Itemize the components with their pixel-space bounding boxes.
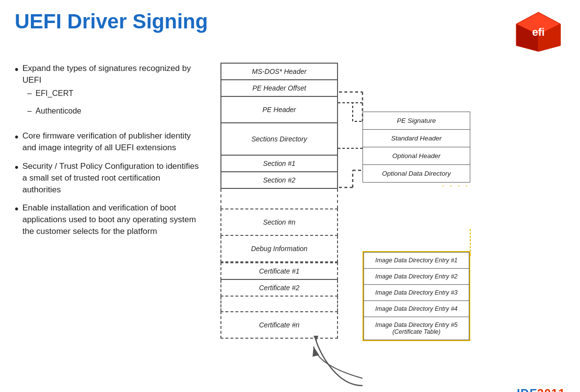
sub-dash-1-1: – bbox=[27, 88, 32, 99]
gap1 bbox=[220, 189, 338, 208]
image-data-entry-4: Image Data Directory Entry #4 bbox=[363, 301, 469, 317]
image-data-entry-2: Image Data Directory Entry #2 bbox=[363, 269, 469, 285]
image-data-entry-4-label: Image Data Directory Entry #4 bbox=[375, 305, 458, 312]
year-label: 2011 bbox=[537, 387, 565, 392]
section1-box: Section #1 bbox=[220, 156, 338, 172]
section1-label: Section #1 bbox=[263, 160, 295, 167]
cert1-label: Certificate #1 bbox=[259, 267, 299, 275]
page: UEFI Driver Signing efi • Expand the t bbox=[0, 0, 580, 392]
bullet-item-3: • Security / Trust Policy Configuration … bbox=[15, 161, 201, 195]
bullet-label-2: Core firmware verification of publisher … bbox=[23, 131, 191, 152]
svg-text:efi: efi bbox=[532, 26, 545, 38]
bullet-item-2: • Core firmware verification of publishe… bbox=[15, 130, 201, 154]
optional-header-box: Optional Header bbox=[362, 147, 470, 165]
bullet-label-4: Enable installation and verification of … bbox=[23, 203, 196, 236]
sub-list-1: – EFI_CERT – Authenticode bbox=[27, 88, 201, 117]
pe-signature-label: PE Signature bbox=[397, 117, 436, 124]
standard-header-box: Standard Header bbox=[362, 130, 470, 147]
image-data-entry-3-label: Image Data Directory Entry #3 bbox=[375, 289, 458, 296]
sections-directory-label: Sections Directory bbox=[251, 135, 307, 143]
bullet-label-1: Expand the types of signatures recognize… bbox=[23, 64, 191, 85]
diagram: MS-DOS* Header PE Header Offset PE Heade… bbox=[220, 63, 565, 392]
ms-dos-header-label: MS-DOS* Header bbox=[252, 68, 306, 75]
bullet-text-1: Expand the types of signatures recognize… bbox=[23, 63, 201, 123]
pe-header-offset-label: PE Header Offset bbox=[252, 84, 306, 92]
bullet-item-1: • Expand the types of signatures recogni… bbox=[15, 63, 201, 123]
logo-area: efi bbox=[511, 10, 565, 54]
pe-signature-box: PE Signature bbox=[362, 112, 470, 130]
image-data-entry-5-label: Image Data Directory Entry #5 (Certifica… bbox=[375, 322, 458, 335]
gap2 bbox=[220, 297, 338, 311]
cert2-box: Certificate #2 bbox=[220, 280, 338, 297]
yellow-dots-icon: · · · · bbox=[442, 181, 469, 191]
page-title: UEFI Driver Signing bbox=[15, 10, 208, 33]
sub-label-1-1: EFI_CERT bbox=[36, 88, 73, 99]
bullet-dot-2: • bbox=[15, 130, 19, 144]
section2-label: Section #2 bbox=[263, 176, 295, 184]
pe-structure-column: MS-DOS* Header PE Header Offset PE Heade… bbox=[220, 63, 338, 339]
bullet-dot-1: • bbox=[15, 63, 19, 77]
section2-box: Section #2 bbox=[220, 172, 338, 189]
sectionn-label: Section #n bbox=[263, 218, 295, 226]
optional-data-dir-label: Optional Data Directory bbox=[382, 170, 451, 177]
sectionn-box: Section #n bbox=[220, 208, 338, 236]
efi-logo-icon: efi bbox=[514, 10, 563, 53]
yellow-dots: · · · · bbox=[362, 183, 470, 188]
bullet-list: • Expand the types of signatures recogni… bbox=[15, 63, 201, 244]
standard-header-label: Standard Header bbox=[391, 135, 442, 142]
debug-info-box: Debug Information bbox=[220, 236, 338, 262]
pe-header-label: PE Header bbox=[263, 106, 296, 114]
cert2-label: Certificate #2 bbox=[259, 284, 299, 292]
sub-item-1-1: – EFI_CERT bbox=[27, 88, 201, 99]
image-data-entry-2-label: Image Data Directory Entry #2 bbox=[375, 273, 458, 280]
image-data-entry-1: Image Data Directory Entry #1 bbox=[363, 252, 469, 269]
bullet-dot-3: • bbox=[15, 161, 19, 175]
debug-info-label: Debug Information bbox=[251, 245, 307, 253]
certn-label: Certificate #n bbox=[259, 321, 299, 329]
optional-header-label: Optional Header bbox=[392, 152, 440, 160]
pe-header-detail-box: PE Signature Standard Header Optional He… bbox=[362, 112, 470, 188]
bullet-text-3: Security / Trust Policy Configuration to… bbox=[23, 161, 201, 195]
image-data-entry-5: Image Data Directory Entry #5 (Certifica… bbox=[363, 317, 469, 340]
sections-directory-box: Sections Directory bbox=[220, 123, 338, 156]
pe-header-box: PE Header bbox=[220, 97, 338, 123]
bullet-text-2: Core firmware verification of publisher … bbox=[23, 130, 201, 154]
sub-dash-1-2: – bbox=[27, 106, 32, 116]
sub-item-1-2: – Authenticode bbox=[27, 106, 201, 116]
certn-box: Certificate #n bbox=[220, 311, 338, 339]
header: UEFI Driver Signing efi bbox=[15, 10, 565, 54]
main-content: • Expand the types of signatures recogni… bbox=[15, 63, 565, 392]
sub-label-1-2: Authenticode bbox=[36, 106, 81, 116]
image-data-entry-1-label: Image Data Directory Entry #1 bbox=[375, 257, 458, 264]
image-data-directory: Image Data Directory Entry #1 Image Data… bbox=[362, 251, 470, 341]
pe-header-offset-box: PE Header Offset bbox=[220, 80, 338, 97]
bullet-text-4: Enable installation and verification of … bbox=[23, 202, 201, 237]
idf-label: IDF bbox=[517, 387, 537, 392]
bullet-label-3: Security / Trust Policy Configuration to… bbox=[23, 161, 199, 194]
intel-logo: IDF2011 bbox=[517, 387, 565, 392]
ms-dos-header-box: MS-DOS* Header bbox=[220, 63, 338, 80]
cert1-box: Certificate #1 bbox=[220, 262, 338, 280]
image-data-entry-3: Image Data Directory Entry #3 bbox=[363, 285, 469, 301]
bullet-dot-4: • bbox=[15, 202, 19, 216]
bullet-item-4: • Enable installation and verification o… bbox=[15, 202, 201, 237]
